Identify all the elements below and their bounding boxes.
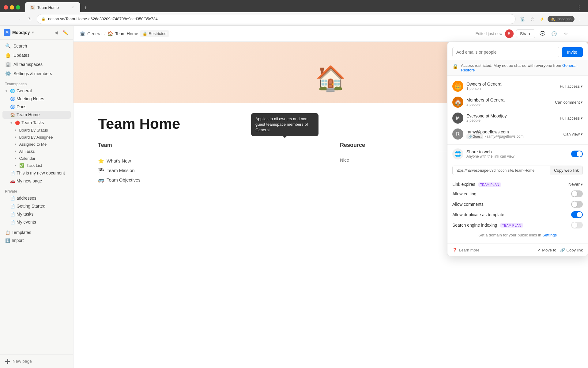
breadcrumb-page-icon: 🏠 — [107, 31, 113, 36]
general-icon: 🌐 — [10, 88, 15, 94]
general-link[interactable]: General — [562, 63, 576, 68]
sidebar-item-getting-started[interactable]: 📄 Getting Started — [2, 202, 71, 210]
move-to-icon: ↗ — [537, 248, 541, 252]
back-button[interactable]: ← — [4, 15, 12, 23]
screen-cast-icon[interactable]: 📡 — [518, 15, 527, 23]
templates-icon: 📋 — [5, 230, 10, 235]
new-tab-button[interactable]: + — [81, 4, 90, 13]
team-item-mission[interactable]: 🏁 Team Mission — [98, 166, 322, 175]
share-web-info: Share to web Anyone with the link can vi… — [466, 149, 568, 159]
sidebar-item-addresses[interactable]: 📄 addresses — [2, 194, 71, 202]
allow-editing-toggle[interactable] — [571, 190, 583, 197]
sidebar-item-updates[interactable]: 🔔 Updates — [2, 51, 71, 60]
copy-link-footer-button[interactable]: 🔗 Copy link — [560, 248, 583, 252]
copy-web-link-button[interactable]: Copy web link — [550, 166, 582, 175]
chevron-down-icon-2: ▾ — [581, 100, 583, 105]
sidebar-item-board-by-status[interactable]: Board By Status — [2, 127, 71, 134]
members-access[interactable]: Can comment ▾ — [555, 100, 583, 105]
maximize-button[interactable] — [16, 5, 20, 10]
reload-button[interactable]: ↻ — [26, 15, 34, 23]
ramy-access[interactable]: Can view ▾ — [564, 132, 583, 136]
team-item-objectives[interactable]: 🚌 Team Objectives — [98, 175, 322, 185]
everyone-access[interactable]: Full access ▾ — [560, 116, 583, 121]
address-bar[interactable]: 🔒 notion.so/Team-Home-a626e39209a748798e… — [37, 14, 516, 24]
extension-icon[interactable]: ⚡ — [538, 15, 546, 23]
sidebar-item-settings[interactable]: ⚙️ Settings & members — [2, 69, 71, 78]
move-to-link[interactable]: ↗ Move to — [537, 248, 556, 252]
comment-icon[interactable]: 💬 — [538, 29, 547, 38]
chevron-down-icon-3: ▾ — [581, 116, 583, 121]
owners-avatar: 👑 — [452, 81, 463, 92]
objectives-icon: 🚌 — [98, 177, 104, 183]
sidebar-item-team-tasks[interactable]: ▼ 🔴 Team Tasks — [2, 119, 71, 127]
bookmark-icon[interactable]: ☆ — [528, 15, 537, 23]
sidebar-item-new-document[interactable]: 📄 This is my new document — [2, 169, 71, 177]
share-web-icon: 🌐 — [452, 148, 463, 159]
warning-icon: 🔒 — [452, 63, 458, 69]
sidebar-item-meeting-notes[interactable]: 🌀 Meeting Notes — [2, 95, 71, 103]
team-home-icon: 🏠 — [10, 112, 15, 117]
forward-button[interactable]: → — [15, 15, 23, 23]
sidebar-item-my-tasks[interactable]: 📄 My tasks — [2, 210, 71, 218]
ramy-detail: 🔗 Guest • ramy@pageflows.com — [466, 134, 560, 139]
panel-footer: ❓ Learn more ↗ Move to 🔗 Copy link — [447, 244, 588, 256]
task-list-check-icon: ✅ — [19, 163, 24, 168]
link-url[interactable]: https://harvest-nape-58d.notion.site/Tea… — [453, 166, 550, 175]
domain-settings-text: Set a domain for your public links in Se… — [452, 230, 583, 240]
meeting-notes-icon: 🌀 — [10, 96, 15, 102]
new-note-button[interactable]: ✏️ — [61, 28, 70, 37]
workspace-name[interactable]: M Moodjoy ▾ — [4, 29, 34, 36]
invite-button[interactable]: Invite — [562, 47, 583, 57]
allow-comments-toggle[interactable] — [571, 201, 583, 208]
search-icon: 🔍 — [5, 43, 11, 49]
my-tasks-icon: 📄 — [10, 211, 15, 217]
sidebar-item-my-events[interactable]: 📄 My events — [2, 218, 71, 226]
breadcrumb-workspace[interactable]: General — [87, 31, 103, 36]
share-to-web-toggle[interactable] — [571, 151, 583, 157]
sidebar-item-calendar[interactable]: Calendar — [2, 155, 71, 162]
browser-menu-button[interactable]: ⋮ — [574, 3, 584, 12]
sidebar-item-templates[interactable]: 📋 Templates — [2, 228, 71, 236]
sidebar-item-all-teamspaces[interactable]: 🏢 All teamspaces — [2, 60, 71, 69]
restore-link[interactable]: Restore — [461, 68, 475, 72]
sidebar-item-import[interactable]: ⬇️ Import — [2, 236, 71, 244]
sidebar-item-board-by-assignee[interactable]: Board By Assignee — [2, 134, 71, 141]
team-item-whats-new[interactable]: ⭐ What's New — [98, 156, 322, 166]
active-tab[interactable]: 🏠 Team Home ✕ — [25, 2, 80, 13]
breadcrumb-page[interactable]: Team Home — [115, 31, 138, 36]
sidebar-item-my-new-page[interactable]: 🚗 My new page — [2, 177, 71, 185]
owners-access[interactable]: Full access ▾ — [560, 84, 583, 89]
sidebar-item-team-home[interactable]: 🏠 Team Home — [2, 111, 71, 119]
close-button[interactable] — [4, 5, 8, 10]
sidebar-item-assigned-to-me[interactable]: Assigned to Me — [2, 141, 71, 148]
bookmark-star-icon[interactable]: ☆ — [561, 29, 570, 38]
learn-more-link[interactable]: ❓ Learn more — [452, 248, 479, 252]
sidebar-item-task-list[interactable]: ✅ Task List — [2, 162, 71, 169]
sidebar-item-all-tasks[interactable]: All Tasks — [2, 148, 71, 155]
settings-link[interactable]: Settings — [542, 233, 557, 237]
clock-icon[interactable]: 🕐 — [549, 29, 559, 38]
sidebar-item-docs[interactable]: 🌀 Docs — [2, 103, 71, 111]
browser-more-button[interactable]: ⋮ — [576, 15, 584, 23]
share-button[interactable]: Share — [516, 29, 535, 38]
more-options-button[interactable]: ⋯ — [573, 29, 582, 38]
guest-icon: 🔗 — [468, 135, 473, 139]
tab-close-button[interactable]: ✕ — [70, 5, 75, 10]
my-new-page-icon: 🚗 — [10, 178, 15, 184]
share-web-title: Share to web — [466, 149, 568, 154]
invite-input[interactable] — [452, 47, 559, 57]
sidebar-item-general[interactable]: ▼ 🌐 General — [2, 87, 71, 95]
everyone-name: Everyone at Moodjoy — [466, 113, 557, 118]
minimize-button[interactable] — [10, 5, 14, 10]
sidebar-toggle-button[interactable]: ◀ — [52, 28, 60, 37]
search-engine-knob — [572, 222, 577, 228]
sidebar-nav: 🔍 Search 🔔 Updates 🏢 All teamspaces ⚙️ S… — [0, 40, 73, 80]
allow-duplicate-toggle[interactable] — [571, 211, 583, 218]
search-engine-toggle[interactable] — [571, 222, 583, 228]
new-page-button[interactable]: ➕ New page — [2, 357, 71, 366]
teamspaces-section-header: Teamspaces — [2, 80, 71, 87]
invite-row: Invite — [452, 47, 583, 57]
link-expires-value[interactable]: Never ▾ — [568, 182, 583, 187]
sidebar-item-search[interactable]: 🔍 Search — [2, 41, 71, 51]
restricted-badge[interactable]: 🔒 Restricted — [140, 30, 169, 37]
